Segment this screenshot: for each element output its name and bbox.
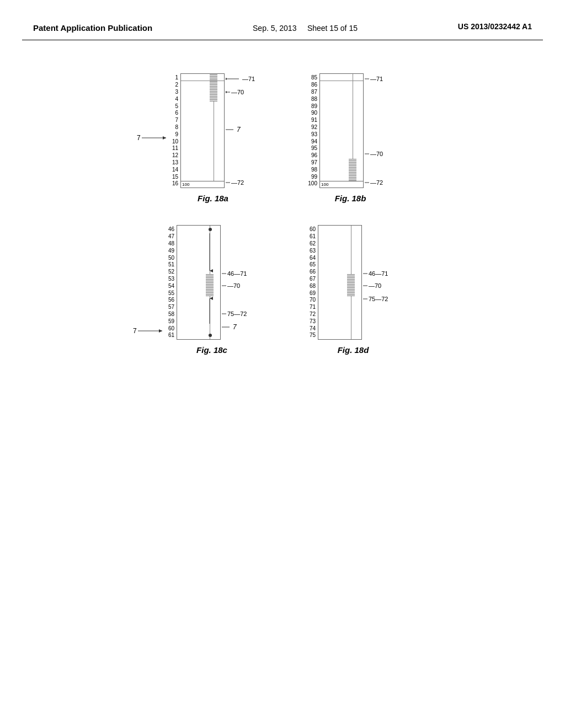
label-7-right-18c: 7 <box>222 323 237 331</box>
scrollbar-18d[interactable] <box>318 225 362 340</box>
numlist-18d: 60616263646566676869707172737475 <box>305 226 318 339</box>
topmarker-18a <box>181 81 224 81</box>
label-70-18a: —70 <box>226 89 244 95</box>
bottombar-18b: 100 <box>320 181 363 188</box>
numlist-18b: 858687888990919293949596979899100 <box>303 74 319 188</box>
svg-point-4 <box>226 91 227 93</box>
thumb-18c <box>206 274 214 296</box>
scrollbar-18b[interactable]: 100 <box>319 73 364 188</box>
patent-number: US 2013/0232442 A1 <box>458 22 532 31</box>
caption-18c: Fig. 18c <box>196 345 227 355</box>
figure-18d-block: 60616263646566676869707172737475 <box>305 225 402 355</box>
label-7-text-18a: 7 <box>137 134 141 142</box>
main-content: 7 12345678910111213141516 <box>22 40 543 377</box>
topmarker-18b <box>320 81 363 81</box>
down-arrow-18c <box>207 233 212 275</box>
figure-18a-block: 7 12345678910111213141516 <box>167 73 259 203</box>
top-figures-row: 7 12345678910111213141516 <box>167 73 398 203</box>
thumb-18b <box>349 159 356 181</box>
top-dot-18c <box>209 228 212 231</box>
caption-18d: Fig. 18d <box>338 345 369 355</box>
label-72-18b: —72 <box>365 179 383 186</box>
thumb-18d <box>347 274 355 296</box>
up-arrow-18c <box>207 297 212 325</box>
figure-18b-wrapper: 858687888990919293949596979899100 100 <box>303 73 398 188</box>
label-75-18c: 75—72 <box>222 311 247 317</box>
label-72-18a: —72 <box>226 179 244 186</box>
page: Patent Application Publication Sep. 5, 2… <box>0 0 565 728</box>
label-75-18d: 75—72 <box>363 296 388 302</box>
scrollbar-18a[interactable]: 100 <box>180 73 225 188</box>
label-7-text-18c: 7 <box>133 327 137 335</box>
caption-18b: Fig. 18b <box>335 194 366 203</box>
figure-18c-wrapper: 7 46474849505152535455565758596061 <box>163 225 260 340</box>
labels-18d: 46—71 —70 75—72 <box>363 225 402 340</box>
label-71-18b: —71 <box>365 76 383 82</box>
label-70-18d: —70 <box>363 282 381 289</box>
label-71-18a: —71 <box>226 76 255 82</box>
figure-18c-block: 7 46474849505152535455565758596061 <box>163 225 260 355</box>
numlist-18c: 46474849505152535455565758596061 <box>163 226 177 339</box>
bottombar-18a: 100 <box>181 181 224 188</box>
svg-point-2 <box>226 78 227 80</box>
publication-date: Sep. 5, 2013 <box>253 24 296 33</box>
publication-label: Patent Application Publication <box>33 22 152 34</box>
label-7-right-18a: 7 <box>226 126 241 133</box>
header-center: Sep. 5, 2013 Sheet 15 of 15 <box>253 22 358 34</box>
label-70-18b: —70 <box>365 151 383 157</box>
figure-18d-wrapper: 60616263646566676869707172737475 <box>305 225 402 340</box>
label-70-18c: —70 <box>222 282 240 289</box>
labels-18a: —71 —70 7 <box>226 73 259 188</box>
figure-18b-block: 858687888990919293949596979899100 100 <box>303 73 398 203</box>
bottom-dot-18c <box>209 334 212 337</box>
sheet-info: Sheet 15 of 15 <box>307 24 358 33</box>
label-7-18a: 7 <box>137 134 169 142</box>
labels-18b: —71 —70 —72 <box>365 73 398 188</box>
page-header: Patent Application Publication Sep. 5, 2… <box>22 11 543 40</box>
label-46-18d: 46—71 <box>363 270 388 277</box>
label-7-18c: 7 <box>133 327 166 335</box>
bottom-figures-row: 7 46474849505152535455565758596061 <box>163 225 402 355</box>
caption-18a: Fig. 18a <box>198 194 228 203</box>
scrollbar-18c[interactable] <box>177 225 221 340</box>
figure-18a-wrapper: 7 12345678910111213141516 <box>167 73 259 188</box>
label-46-18c: 46—71 <box>222 270 247 277</box>
numlist-18a: 12345678910111213141516 <box>167 74 180 188</box>
labels-18c: 46—71 —70 75—72 <box>222 225 260 340</box>
thumb-18a <box>210 74 217 101</box>
